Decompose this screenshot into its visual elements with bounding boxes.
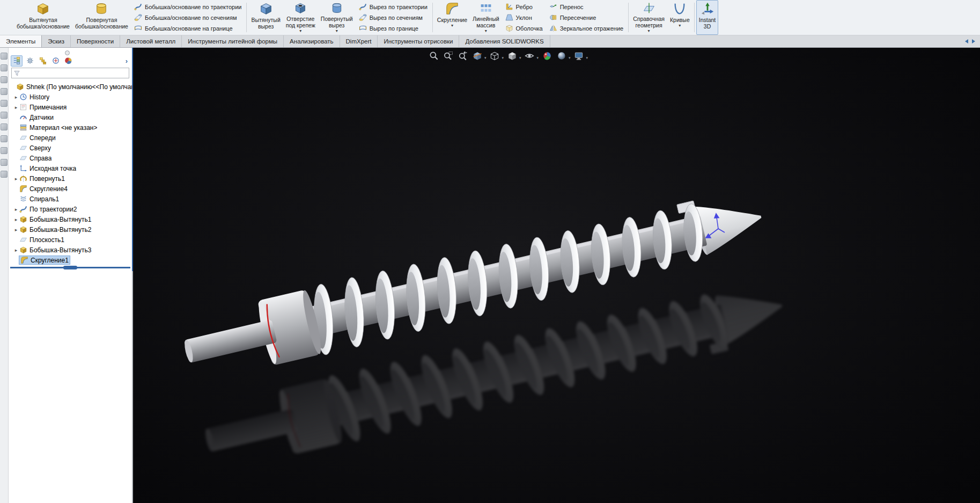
dimxpertmanager-tab[interactable] [50,56,61,66]
tree-item-boss-extrude1[interactable]: ▸ Бобышка-Вытянуть1 [9,214,132,224]
tab-render-tools[interactable]: Инструменты отрисовки [378,35,459,47]
panel-expand-chevron-icon[interactable]: › [126,57,130,65]
zoom-area-button[interactable] [441,49,455,62]
expand-arrow-icon[interactable]: ▸ [13,217,19,222]
dropdown-caret-icon[interactable]: ▾ [451,24,453,28]
dropdown-caret-icon[interactable]: ▾ [569,56,571,60]
lofted-cut-button[interactable]: Вырез по сечениям [359,12,428,23]
tree-item-right-plane[interactable]: Справа [9,153,132,163]
tree-item-origin[interactable]: Исходная точка [9,163,132,173]
tree-item-revolve1[interactable]: ▸ Повернуть1 [9,173,132,184]
dock-toolbar-icon[interactable] [1,100,8,107]
expand-arrow-icon[interactable]: ▸ [13,176,19,181]
section-view-button[interactable] [470,49,484,62]
dock-toolbar-icon[interactable] [1,123,8,130]
swept-cut-button[interactable]: Вырез по траектории [359,2,428,12]
displaymanager-tab[interactable] [63,56,74,66]
tree-item-fillet1[interactable]: Скругление1 [9,255,132,265]
draft-button[interactable]: Уклон [505,12,543,23]
reference-geometry-button[interactable]: Справочная геометрия ▾ [630,0,667,35]
dropdown-caret-icon[interactable]: ▾ [502,56,504,60]
edit-appearance-button[interactable] [540,49,554,62]
dropdown-caret-icon[interactable]: ▾ [485,29,487,33]
selected-tree-item[interactable]: Скругление1 [19,256,70,264]
tab-evaluate[interactable]: Анализировать [284,35,340,47]
tree-item-plane1[interactable]: Плоскость1 [9,235,132,245]
expand-arrow-icon[interactable]: ▸ [13,207,19,212]
view-settings-button[interactable] [572,49,586,62]
dropdown-caret-icon[interactable]: ▾ [336,29,338,33]
tab-mold-tools[interactable]: Инструменты литейной формы [182,35,284,47]
tree-item-boss-extrude2[interactable]: ▸ Бобышка-Вытянуть2 [9,224,132,235]
tree-item-history[interactable]: ▸ History [9,92,132,102]
tab-features[interactable]: Элементы [0,35,42,47]
tab-solidworks-addins[interactable]: Добавления SOLIDWORKS [459,35,550,47]
extruded-boss-button[interactable]: Вытянутая бобышка/основание [14,0,72,35]
display-style-button[interactable] [505,49,519,62]
rollback-bar[interactable] [10,267,130,272]
dock-toolbar-icon[interactable] [1,171,8,178]
dropdown-caret-icon[interactable]: ▾ [586,56,588,60]
dropdown-caret-icon[interactable]: ▾ [679,24,681,28]
expand-arrow-icon[interactable]: ▸ [13,94,19,100]
instant-3d-button[interactable]: Instant 3D [696,0,719,35]
dock-toolbar-icon[interactable] [1,135,8,142]
tab-surfaces[interactable]: Поверхности [71,35,120,47]
tab-dimxpert[interactable]: DimXpert [340,35,378,47]
curves-button[interactable]: Кривые ▾ [667,0,692,35]
featuremanager-tree-tab[interactable] [11,55,23,67]
zoom-fit-button[interactable] [427,49,440,62]
3d-viewport-canvas[interactable] [133,48,980,503]
rib-button[interactable]: Ребро [505,2,543,12]
tree-item-top-plane[interactable]: Сверху [9,143,132,153]
tree-item-boss-extrude3[interactable]: ▸ Бобышка-Вытянуть3 [9,245,132,255]
expand-arrow-icon[interactable]: ▸ [13,227,19,232]
hide-show-items-button[interactable] [523,49,536,62]
propertymanager-tab[interactable] [25,56,35,66]
tree-item-sweep2[interactable]: ▸ По траектории2 [9,204,132,214]
dropdown-caret-icon[interactable]: ▾ [537,56,539,60]
ribbon-collapse-icon[interactable] [965,39,968,43]
dock-toolbar-icon[interactable] [1,112,8,119]
dock-toolbar-icon[interactable] [1,88,8,95]
tree-item-front-plane[interactable]: Спереди [9,133,132,143]
tree-item-annotations[interactable]: ▸ Примечания [9,102,132,112]
tree-item-fillet4[interactable]: Скругление4 [9,184,132,194]
boundary-cut-button[interactable]: Вырез по границе [359,23,428,34]
shell-button[interactable]: Оболочка [505,23,543,34]
linear-pattern-button[interactable]: Линейный массив ▾ [470,0,502,35]
tab-sheet-metal[interactable]: Листовой металл [120,35,182,47]
boundary-boss-button[interactable]: Бобышка/основание на границе [134,23,242,34]
revolved-boss-button[interactable]: Повернутая бобышка/основание [72,0,131,35]
revolved-cut-button[interactable]: Повернутый вырез ▾ [318,0,356,35]
hole-wizard-button[interactable]: Отверстие под крепеж ▾ [283,0,318,35]
expand-arrow-icon[interactable]: ▸ [13,247,19,253]
dock-toolbar-icon[interactable] [1,159,8,166]
configurationmanager-tab[interactable] [38,56,48,66]
tree-root-part[interactable]: Shnek (По умолчанию<<По умолчанию: [9,82,132,92]
dock-toolbar-icon[interactable] [1,76,8,83]
view-orientation-button[interactable] [488,49,502,62]
move-button[interactable]: Перенос [549,2,624,12]
mirror-button[interactable]: Зеркальное отражение [549,23,624,34]
expand-arrow-icon[interactable]: ▸ [13,105,19,110]
tree-item-helix1[interactable]: Спираль1 [9,194,132,204]
dock-toolbar-icon[interactable] [1,147,8,154]
dock-toolbar-icon[interactable] [1,64,8,71]
ribbon-pin-icon[interactable] [972,39,975,43]
panel-splitter-handle[interactable] [65,50,70,55]
fillet-button[interactable]: Скругление ▾ [434,0,470,35]
extruded-cut-button[interactable]: Вытянутый вырез [248,0,283,35]
tree-filter-input[interactable] [20,69,127,77]
apply-scene-button[interactable] [555,49,568,62]
dropdown-caret-icon[interactable]: ▾ [519,56,521,60]
graphics-area[interactable]: ▾ ▾ ▾ ▾ ▾ ▾ [133,48,980,503]
dropdown-caret-icon[interactable]: ▾ [484,56,487,60]
tree-item-material[interactable]: Материал <не указан> [9,122,132,133]
swept-boss-button[interactable]: Бобышка/основание по траектории [134,2,242,12]
intersect-button[interactable]: Пересечение [549,12,624,23]
tree-item-sensors[interactable]: Датчики [9,112,132,122]
dropdown-caret-icon[interactable]: ▾ [648,29,650,33]
dock-toolbar-icon[interactable] [1,53,8,60]
dropdown-caret-icon[interactable]: ▾ [299,29,301,33]
